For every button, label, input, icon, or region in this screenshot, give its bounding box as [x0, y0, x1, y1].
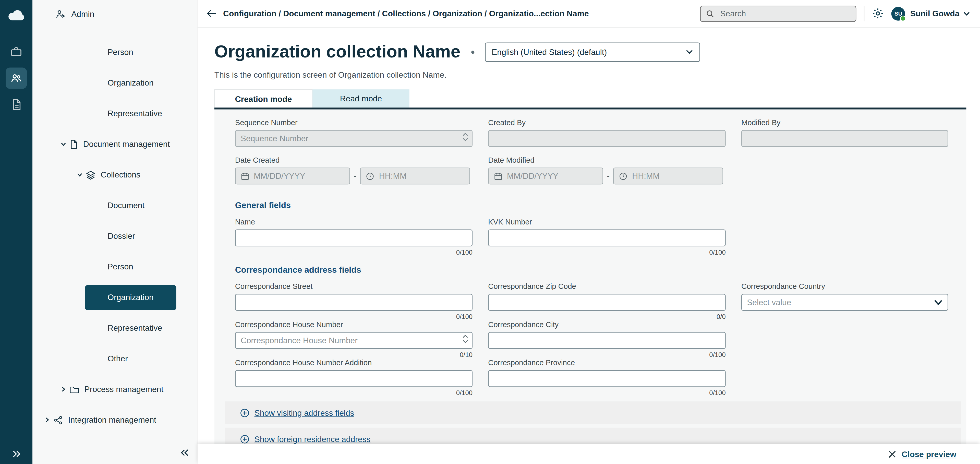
date-created-time-input[interactable]: HH:MM — [360, 167, 470, 184]
char-counter: 0/100 — [235, 248, 473, 256]
char-counter: 0/100 — [235, 313, 473, 320]
admin-user-icon — [55, 8, 65, 19]
sidebar-item-representative-collection[interactable]: Representative — [32, 313, 197, 343]
page-title: Organization collection Name — [215, 41, 460, 62]
number-stepper[interactable] — [463, 132, 468, 141]
collapse-sidebar-icon[interactable] — [181, 449, 189, 456]
sequence-number-field: Sequence Number — [235, 118, 473, 147]
kvk-number-input[interactable] — [488, 230, 725, 246]
unsaved-indicator-dot — [471, 50, 474, 53]
sidebar: Admin Person Organization Representative… — [32, 0, 197, 464]
date-created-date-input[interactable]: MM/DD/YYYY — [235, 167, 350, 184]
sidebar-item-person-collection[interactable]: Person — [32, 251, 197, 282]
field-label: Correspondance House Number — [235, 320, 473, 329]
chevron-down-icon[interactable] — [963, 11, 970, 16]
sidebar-item-organization[interactable]: Organization — [32, 67, 197, 98]
created-by-field: Created By — [488, 118, 725, 147]
show-foreign-residence-link[interactable]: Show foreign residence address — [255, 434, 371, 443]
correspondance-city-input[interactable] — [488, 332, 725, 349]
field-label: Correspondance House Number Addition — [235, 358, 473, 367]
breadcrumb[interactable]: Configuration / Document management / Co… — [223, 9, 589, 18]
char-counter: 0/100 — [235, 389, 473, 396]
document-icon[interactable] — [6, 94, 27, 115]
correspondance-province-input[interactable] — [488, 370, 725, 387]
expand-rail-icon[interactable] — [0, 450, 32, 458]
char-counter: 0/10 — [235, 351, 473, 358]
briefcase-icon[interactable] — [6, 41, 27, 62]
preview-bar: Close preview — [197, 444, 980, 464]
correspondance-house-addition-input[interactable] — [235, 370, 473, 387]
calendar-icon — [241, 172, 250, 180]
sidebar-item-dossier[interactable]: Dossier — [32, 221, 197, 251]
date-modified-date-input[interactable]: MM/DD/YYYY — [488, 167, 603, 184]
language-select[interactable]: English (United States) (default) — [485, 42, 700, 62]
field-label: Modified By — [741, 118, 948, 127]
page-subtitle: This is the configuration screen of Orga… — [215, 70, 966, 80]
sidebar-item-representative[interactable]: Representative — [32, 98, 197, 129]
main-area: Configuration / Document management / Co… — [197, 0, 980, 464]
sidebar-header-label: Admin — [71, 9, 94, 19]
modified-by-field: Modified By — [741, 118, 948, 147]
tab-creation-mode[interactable]: Creation mode — [215, 89, 312, 107]
search-box[interactable] — [700, 5, 856, 22]
name-field: Name 0/100 — [235, 218, 473, 256]
show-visiting-address-link[interactable]: Show visiting address fields — [255, 408, 354, 418]
char-counter: 0/100 — [488, 248, 725, 256]
close-icon[interactable] — [888, 450, 896, 458]
search-input[interactable] — [719, 8, 851, 19]
sidebar-item-process-management[interactable]: Process management — [32, 374, 197, 405]
avatar-initials: SU — [894, 10, 902, 16]
sidebar-item-document-management[interactable]: Document management — [32, 129, 197, 159]
modified-by-input[interactable] — [741, 130, 948, 147]
sidebar-item-integration-management[interactable]: Integration management — [32, 405, 197, 435]
calendar-icon — [494, 172, 503, 180]
field-label: Correspondance City — [488, 320, 725, 329]
clock-icon — [366, 172, 374, 180]
tab-read-mode[interactable]: Read mode — [312, 89, 409, 107]
field-label: Name — [235, 218, 473, 226]
topbar: Configuration / Document management / Co… — [197, 0, 980, 27]
number-stepper[interactable] — [463, 335, 468, 343]
user-name[interactable]: Sunil Gowda — [910, 9, 959, 18]
chevron-down-icon — [76, 171, 83, 178]
close-preview-link[interactable]: Close preview — [902, 449, 956, 459]
chevron-down-icon — [686, 49, 693, 54]
correspondance-house-number-input[interactable] — [235, 332, 473, 349]
folder-icon — [70, 385, 80, 394]
correspondance-country-field: Correspondance Country Select value — [741, 282, 948, 320]
sidebar-header-admin[interactable]: Admin — [32, 0, 197, 27]
sidebar-item-other[interactable]: Other — [32, 343, 197, 374]
correspondance-street-field: Correspondance Street 0/100 — [235, 282, 473, 320]
meta-row-1: Sequence Number Created By — [235, 118, 948, 147]
date-modified-time-input[interactable]: HH:MM — [613, 167, 724, 184]
avatar[interactable]: SU — [891, 6, 905, 21]
rail-nav — [6, 41, 27, 115]
correspondance-street-input[interactable] — [235, 294, 473, 311]
layers-icon — [86, 170, 95, 180]
show-visiting-address-bar[interactable]: Show visiting address fields — [225, 402, 961, 424]
char-counter: 0/100 — [488, 351, 725, 358]
name-input[interactable] — [235, 230, 473, 246]
show-foreign-residence-bar[interactable]: Show foreign residence address — [225, 428, 961, 444]
users-icon[interactable] — [6, 67, 27, 89]
sidebar-item-organization-collection-active[interactable]: Organization — [85, 285, 176, 310]
correspondance-row-2: Correspondance House Number 0/10 Corresp… — [235, 320, 948, 358]
sidebar-item-person[interactable]: Person — [32, 37, 197, 67]
field-label: Correspondance Province — [488, 358, 725, 367]
field-label: Date Modified — [488, 156, 725, 164]
sidebar-item-document[interactable]: Document — [32, 190, 197, 221]
char-counter: 0/0 — [488, 313, 725, 320]
icon-rail — [0, 0, 32, 464]
gear-icon[interactable] — [872, 7, 884, 19]
app-logo-icon[interactable] — [6, 6, 27, 25]
document-management-icon — [70, 139, 78, 149]
correspondance-zip-input[interactable] — [488, 294, 725, 311]
correspondance-country-select[interactable]: Select value — [741, 294, 948, 311]
sequence-number-input[interactable] — [235, 130, 473, 147]
created-by-input[interactable] — [488, 130, 725, 147]
back-arrow-icon[interactable] — [206, 9, 217, 18]
sidebar-item-collections[interactable]: Collections — [32, 159, 197, 190]
form-panel: Sequence Number Created By — [215, 107, 966, 444]
integration-icon — [53, 415, 63, 425]
chevron-right-icon — [44, 416, 51, 423]
